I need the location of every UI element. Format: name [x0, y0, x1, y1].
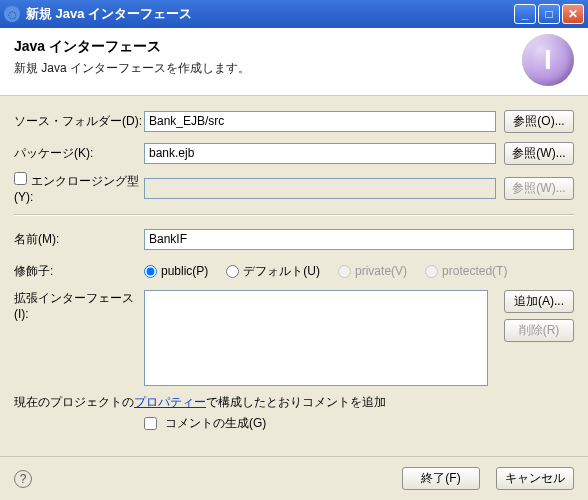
package-field[interactable]: [144, 143, 496, 164]
browse-source-button[interactable]: 参照(O)...: [504, 110, 574, 133]
header-title: Java インターフェース: [14, 38, 574, 56]
extended-interfaces-list[interactable]: [144, 290, 488, 386]
enclosing-checkbox[interactable]: [14, 172, 27, 185]
browse-package-button[interactable]: 参照(W)...: [504, 142, 574, 165]
header-desc: 新規 Java インターフェースを作成します。: [14, 60, 574, 77]
radio-private: private(V): [338, 264, 407, 278]
separator: [14, 214, 574, 216]
label-enclosing: エンクロージング型(Y):: [14, 172, 144, 204]
enclosing-field: [144, 178, 496, 199]
help-icon[interactable]: ?: [14, 470, 32, 488]
radio-default[interactable]: デフォルト(U): [226, 263, 320, 280]
maximize-button[interactable]: □: [538, 4, 560, 24]
generate-comments-checkbox[interactable]: [144, 417, 157, 430]
remove-interface-button: 削除(R): [504, 319, 574, 342]
modifier-radios: public(P) デフォルト(U) private(V) protected(…: [144, 263, 574, 280]
radio-protected: protected(T): [425, 264, 507, 278]
app-icon: ◌: [4, 6, 20, 22]
source-folder-field[interactable]: [144, 111, 496, 132]
window-buttons: _ □ ✕: [514, 4, 584, 24]
cancel-button[interactable]: キャンセル: [496, 467, 574, 490]
minimize-button[interactable]: _: [514, 4, 536, 24]
window-title: 新規 Java インターフェース: [26, 5, 514, 23]
browse-enclosing-button: 参照(W)...: [504, 177, 574, 200]
interface-icon: I: [522, 34, 574, 86]
generate-comments-label: コメントの生成(G): [165, 415, 266, 432]
finish-button[interactable]: 終了(F): [402, 467, 480, 490]
close-button[interactable]: ✕: [562, 4, 584, 24]
hint-post: で構成したとおりコメントを追加: [206, 395, 386, 409]
label-source-folder: ソース・フォルダー(D):: [14, 113, 144, 130]
enclosing-text: エンクロージング型(Y):: [14, 174, 139, 204]
radio-public[interactable]: public(P): [144, 264, 208, 278]
hint-pre: 現在のプロジェクトの: [14, 395, 134, 409]
form-area: ソース・フォルダー(D): 参照(O)... パッケージ(K): 参照(W)..…: [0, 96, 588, 444]
dialog-footer: ? 終了(F) キャンセル: [0, 456, 588, 500]
comment-hint: 現在のプロジェクトのプロパティーで構成したとおりコメントを追加: [14, 394, 574, 411]
label-package: パッケージ(K):: [14, 145, 144, 162]
add-interface-button[interactable]: 追加(A)...: [504, 290, 574, 313]
name-field[interactable]: [144, 229, 574, 250]
label-name: 名前(M):: [14, 231, 144, 248]
label-modifiers: 修飾子:: [14, 263, 144, 280]
properties-link[interactable]: プロパティー: [134, 395, 206, 409]
title-bar: ◌ 新規 Java インターフェース _ □ ✕: [0, 0, 588, 28]
label-extended: 拡張インターフェース(I):: [14, 290, 144, 321]
dialog-header: Java インターフェース 新規 Java インターフェースを作成します。 I: [0, 28, 588, 96]
generate-comments-row: コメントの生成(G): [14, 415, 574, 432]
